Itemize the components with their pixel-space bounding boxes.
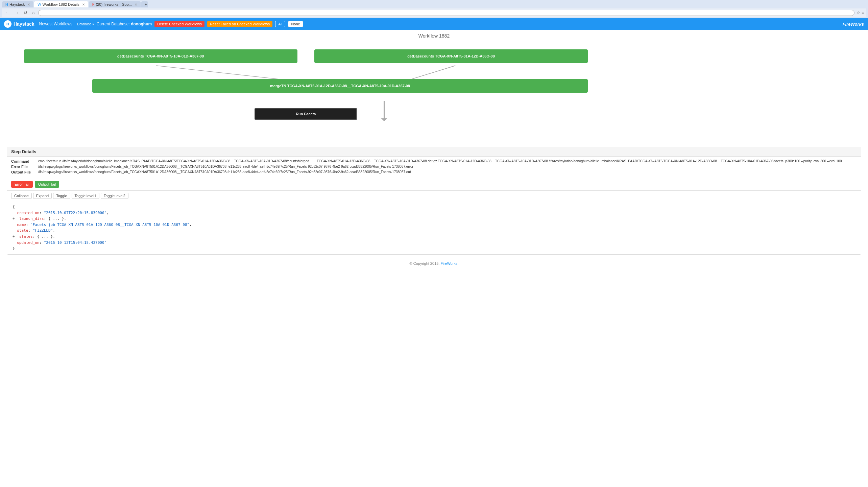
nav-forward-button[interactable]: → xyxy=(13,9,20,16)
browser-tab-new[interactable]: + xyxy=(141,1,148,7)
footer-copyright: © Copyright 2015, xyxy=(410,261,440,265)
tab-label: Haystack xyxy=(9,2,25,6)
node-label: getBasecounts TCGA-XN-A8T5-10A-01D-A367-… xyxy=(117,54,204,58)
reset-failed-button[interactable]: Reset Failed on Checked Workflows xyxy=(207,21,272,27)
newest-workflows-link[interactable]: Newest Workflows xyxy=(37,21,74,27)
nav-refresh-button[interactable]: ↺ xyxy=(22,9,29,16)
json-states-toggle[interactable]: + xyxy=(13,234,15,239)
node-label: getBasecounts TCGA-XN-A8T5-01A-12D-A36O-… xyxy=(407,54,495,58)
brand-name: Haystack xyxy=(14,21,34,27)
output-file-row: Output File /ifs/res/pwg/logs/fireworks_… xyxy=(11,170,857,174)
tab-close-icon[interactable]: ✕ xyxy=(135,3,137,6)
toggle-level1-button[interactable]: Toggle level1 xyxy=(72,193,99,199)
current-db-prefix: Current Database: xyxy=(97,22,130,26)
browser-tab-workflow[interactable]: W Workflow 1882 Details ✕ xyxy=(34,1,88,7)
command-label: Command xyxy=(11,159,35,163)
node-label: Run Facets xyxy=(296,112,316,116)
error-file-value: /ifs/res/pwg/logs/fireworks_workflows/do… xyxy=(38,165,857,168)
expand-button[interactable]: Expand xyxy=(33,193,52,199)
json-updated-on: "2015-10-12T15:04:15.427000" xyxy=(44,240,106,245)
json-created-on: "2015-10-07T22:20:15.839000" xyxy=(44,211,106,215)
collapse-button[interactable]: Collapse xyxy=(11,193,32,199)
main-content: Workflow 1882 getBasecounts TCGA-XN-A8T5… xyxy=(0,30,868,272)
nav-back-button[interactable]: ← xyxy=(4,9,11,16)
database-label: Database xyxy=(77,22,92,26)
database-dropdown[interactable]: Database ▾ xyxy=(77,22,94,26)
delete-checked-button[interactable]: Delete Checked Workflows xyxy=(154,21,204,27)
brand-logo: H xyxy=(4,20,11,28)
fireworks-brand: FireWorks xyxy=(843,22,864,27)
footer-link[interactable]: FireWorks xyxy=(440,261,457,265)
json-launch-dirs-toggle[interactable]: + xyxy=(13,216,15,221)
workflow-node-getbasecounts2[interactable]: getBasecounts TCGA-XN-A8T5-01A-12D-A36O-… xyxy=(314,49,588,63)
menu-icon[interactable]: ≡ xyxy=(862,10,864,15)
workflow-diagram: getBasecounts TCGA-XN-A8T5-10A-01D-A367-… xyxy=(7,45,861,140)
brand[interactable]: H Haystack xyxy=(4,20,34,28)
step-details-body: Command cmo_facets run /ifs/res/taylorla… xyxy=(7,157,861,178)
tab-close-icon[interactable]: ✕ xyxy=(27,3,30,6)
workflow-node-mergetn[interactable]: mergeTN TCGA-XN-A8T5-01A-12D-A36O-08__TC… xyxy=(92,79,588,93)
workflow-node-runfacets[interactable]: Run Facets xyxy=(255,108,357,120)
address-bar[interactable]: haystack.mskcc.org:5000/donoghum/wf/1882 xyxy=(38,10,854,16)
error-file-label: Error File xyxy=(11,165,35,169)
step-details-header: Step Details xyxy=(7,147,861,157)
logo-text: H xyxy=(6,22,9,26)
none-button[interactable]: None xyxy=(288,21,303,27)
json-state: "FIZZLED" xyxy=(33,228,53,233)
footer: © Copyright 2015, FireWorks. xyxy=(7,261,861,265)
tab-favicon: H xyxy=(5,2,8,6)
node-label: mergeTN TCGA-XN-A8T5-01A-12D-A36O-08__TC… xyxy=(270,84,410,88)
toggle-level2-button[interactable]: Toggle level2 xyxy=(101,193,128,199)
current-db-display: Current Database: donoghum xyxy=(97,22,152,26)
json-display: { created_on: "2015-10-07T22:20:15.83900… xyxy=(7,201,861,254)
current-db-value: donoghum xyxy=(131,22,152,26)
nav-home-button[interactable]: ⌂ xyxy=(31,9,36,16)
dropdown-arrow-icon: ▾ xyxy=(92,22,94,26)
output-file-value: /ifs/res/pwg/logs/fireworks_workflows/do… xyxy=(38,170,857,174)
command-row: Command cmo_facets run /ifs/res/taylorla… xyxy=(11,159,857,163)
browser-tab-fireworks[interactable]: F (20) fireworks - Goo... ✕ xyxy=(89,1,141,7)
browser-tab-haystack[interactable]: H Haystack ✕ xyxy=(2,1,33,7)
app-navbar: H Haystack Newest Workflows Database ▾ C… xyxy=(0,18,868,30)
all-button[interactable]: All xyxy=(275,21,285,27)
tail-buttons-row: Error Tail Output Tail xyxy=(11,181,857,188)
browser-tabs: H Haystack ✕ W Workflow 1882 Details ✕ F… xyxy=(2,1,866,7)
output-file-label: Output File xyxy=(11,170,35,174)
json-launch-dirs: { ... } xyxy=(48,216,64,221)
browser-nav-icons: ☆ ≡ xyxy=(857,10,864,15)
error-tail-button[interactable]: Error Tail xyxy=(11,181,33,188)
tab-label: (20) fireworks - Goo... xyxy=(96,2,132,6)
json-states: { ... } xyxy=(37,234,53,239)
page-title: Workflow 1882 xyxy=(7,33,861,39)
json-name: "Facets job TCGA-XN-A8T5-01A-12D-A36O-08… xyxy=(30,223,189,227)
browser-nav-bar: ← → ↺ ⌂ haystack.mskcc.org:5000/donoghum… xyxy=(2,8,866,17)
output-tail-button[interactable]: Output Tail xyxy=(35,181,59,188)
tab-close-icon[interactable]: ✕ xyxy=(82,3,85,6)
tab-favicon: F xyxy=(92,2,95,6)
bookmark-icon[interactable]: ☆ xyxy=(857,10,860,15)
toggle-button[interactable]: Toggle xyxy=(53,193,70,199)
collapse-buttons-row: Collapse Expand Toggle Toggle level1 Tog… xyxy=(7,190,861,201)
browser-chrome: H Haystack ✕ W Workflow 1882 Details ✕ F… xyxy=(0,0,868,18)
workflow-node-getbasecounts1[interactable]: getBasecounts TCGA-XN-A8T5-10A-01D-A367-… xyxy=(24,49,297,63)
command-value: cmo_facets run /ifs/res/taylorlab/donogh… xyxy=(38,159,857,163)
error-file-row: Error File /ifs/res/pwg/logs/fireworks_w… xyxy=(11,165,857,169)
tab-favicon: W xyxy=(38,2,41,6)
step-details-panel: Step Details Command cmo_facets run /ifs… xyxy=(7,147,861,255)
tab-label: Workflow 1882 Details xyxy=(43,2,79,6)
